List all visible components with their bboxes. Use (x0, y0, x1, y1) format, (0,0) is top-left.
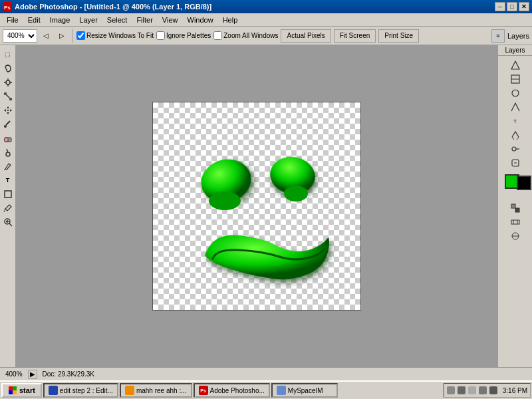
svg-line-2 (6, 68, 7, 72)
canvas-checkerboard (153, 102, 360, 310)
svg-text:Ps: Ps (4, 5, 11, 11)
status-bar: 400% ▶ Doc: 29.3K/29.3K (0, 367, 532, 380)
zoom-in-button[interactable]: ▷ (55, 29, 69, 43)
svg-line-14 (6, 121, 10, 125)
tool-eyedropper[interactable] (1, 201, 15, 215)
color-swatches (502, 174, 529, 198)
tool-crop[interactable] (1, 90, 15, 103)
right-panel: Layers T (497, 45, 532, 367)
tool-move[interactable] (1, 104, 15, 117)
zoom-all-windows-label[interactable]: Zoom All Windows (213, 31, 278, 40)
svg-line-36 (517, 137, 519, 140)
ignore-palettes-checkbox[interactable] (156, 31, 165, 40)
menu-help[interactable]: Help (219, 15, 242, 25)
zoom-select[interactable]: 400% 200% 100% 50% (3, 29, 37, 43)
svg-rect-41 (511, 204, 515, 208)
svg-line-24 (9, 223, 12, 226)
tool-zoom[interactable] (1, 215, 15, 229)
svg-point-18 (6, 152, 10, 156)
menu-filter[interactable]: Filter (132, 15, 156, 25)
menu-select[interactable]: Select (103, 15, 132, 25)
ignore-palettes-label[interactable]: Ignore Palettes (156, 31, 211, 40)
actual-pixels-button[interactable]: Actual Pixels (281, 29, 331, 43)
resize-windows-checkbox[interactable] (76, 31, 85, 40)
tray-icon-5[interactable] (489, 386, 497, 394)
tool-marquee[interactable]: ⬚ (1, 48, 15, 61)
svg-point-30 (284, 186, 308, 201)
close-button[interactable]: ✕ (519, 2, 529, 11)
taskbar-item-2[interactable]: mahh ree ahh :... (120, 383, 192, 398)
right-toolbox: T (498, 56, 532, 245)
layers-area: ≡ Layers (491, 29, 529, 43)
taskbar: start edit step 2 : Edit... mahh ree ahh… (0, 380, 532, 399)
right-tool-3[interactable] (508, 86, 523, 100)
tray-icon-4[interactable] (479, 386, 487, 394)
taskbar-icon-3: Ps (199, 386, 208, 395)
system-time: 3:16 PM (503, 387, 527, 394)
right-tool-6[interactable] (508, 128, 523, 142)
right-tool-7[interactable] (508, 142, 523, 156)
svg-point-15 (4, 125, 7, 128)
tool-magic-wand[interactable] (1, 76, 15, 89)
right-tool-4[interactable] (508, 100, 523, 114)
right-tool-mode2[interactable] (508, 215, 523, 229)
zoom-all-windows-checkbox[interactable] (213, 31, 222, 40)
layers-tab[interactable]: Layers (498, 45, 532, 56)
zoom-group: 400% 200% 100% 50% ◁ ▷ (3, 29, 72, 43)
right-tool-2[interactable] (508, 72, 523, 86)
right-tool-8[interactable] (508, 156, 523, 170)
menu-edit[interactable]: Edit (24, 15, 45, 25)
tool-brush[interactable] (1, 118, 15, 131)
minimize-button[interactable]: ─ (495, 2, 505, 11)
menu-bar: File Edit Image Layer Select Filter View… (0, 13, 532, 27)
svg-marker-9 (7, 106, 9, 108)
menu-file[interactable]: File (3, 15, 23, 25)
tool-pen[interactable] (1, 160, 15, 173)
print-size-button[interactable]: Print Size (378, 29, 419, 43)
menu-view[interactable]: View (158, 15, 182, 25)
svg-rect-17 (5, 138, 8, 142)
resize-windows-label[interactable]: Resize Windows To Fit (76, 31, 154, 40)
fit-screen-button[interactable]: Fit Screen (334, 29, 376, 43)
start-icon (8, 386, 17, 395)
svg-point-7 (6, 80, 10, 84)
tool-lasso[interactable] (1, 62, 15, 75)
taskbar-icon-2 (125, 386, 134, 395)
menu-window[interactable]: Window (184, 15, 217, 25)
background-color[interactable] (517, 176, 531, 190)
tool-dodge[interactable] (1, 146, 15, 159)
svg-marker-31 (511, 61, 519, 69)
tool-eraser[interactable] (1, 132, 15, 145)
menu-image[interactable]: Image (46, 15, 74, 25)
tool-shape[interactable] (1, 188, 15, 201)
taskbar-item-1[interactable]: edit step 2 : Edit... (43, 383, 118, 398)
svg-point-37 (512, 147, 516, 151)
canvas-wrapper (152, 102, 361, 311)
tray-icon-3[interactable] (468, 386, 476, 394)
svg-rect-13 (7, 110, 9, 111)
taskbar-item-4[interactable]: MySpaceIM (271, 383, 338, 398)
svg-rect-48 (9, 386, 13, 390)
svg-line-35 (512, 137, 514, 140)
maximize-button[interactable]: □ (507, 2, 517, 11)
left-toolbox: ⬚ T (0, 45, 16, 367)
right-tool-mode3[interactable] (508, 229, 523, 243)
layers-icon[interactable]: ≡ (491, 29, 505, 43)
svg-rect-51 (13, 390, 17, 394)
right-tool-mode1[interactable] (508, 201, 523, 215)
title-text: Adobe Photoshop - [Untitled-1 @ 400% (La… (15, 3, 211, 11)
right-tool-5[interactable]: T (508, 114, 523, 128)
tray-icon-2[interactable] (458, 386, 466, 394)
status-arrow[interactable]: ▶ (28, 370, 37, 379)
taskbar-icon-1 (49, 386, 58, 395)
main-area: ⬚ T (0, 45, 532, 367)
start-button[interactable]: start (1, 383, 42, 398)
tool-text[interactable]: T (1, 174, 15, 187)
svg-marker-11 (4, 109, 6, 112)
zoom-out-button[interactable]: ◁ (39, 29, 53, 43)
menu-layer[interactable]: Layer (75, 15, 102, 25)
taskbar-item-3[interactable]: Ps Adobe Photosho... (194, 383, 270, 398)
tray-icon-1[interactable] (447, 386, 455, 394)
right-tool-1[interactable] (508, 59, 523, 72)
title-bar-controls[interactable]: ─ □ ✕ (495, 2, 529, 11)
